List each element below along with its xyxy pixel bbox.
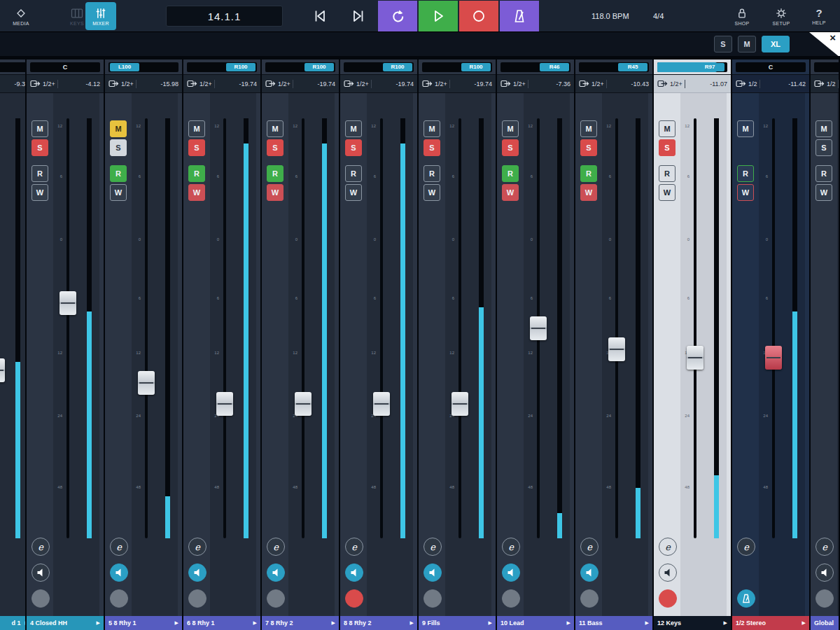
- channel-edit-button[interactable]: e: [502, 538, 520, 556]
- monitor-button[interactable]: [345, 564, 363, 582]
- fader-handle[interactable]: [0, 358, 5, 382]
- write-automation-button[interactable]: W: [110, 184, 127, 201]
- cycle-button[interactable]: [378, 1, 417, 31]
- output-routing[interactable]: 1/2+ -9.33: [0, 75, 25, 93]
- fader-handle[interactable]: [451, 392, 468, 416]
- output-routing[interactable]: 1/2: [811, 75, 839, 93]
- pan-control[interactable]: R100: [340, 59, 417, 75]
- record-arm-button[interactable]: [816, 589, 834, 608]
- mute-button[interactable]: M: [31, 120, 48, 137]
- monitor-button[interactable]: [580, 564, 598, 582]
- read-automation-button[interactable]: R: [737, 165, 754, 182]
- output-routing[interactable]: 1/2+ -19.74: [419, 75, 496, 93]
- record-arm-button[interactable]: [267, 589, 285, 608]
- monitor-button[interactable]: [188, 564, 206, 582]
- pan-control[interactable]: R97: [654, 59, 731, 75]
- mute-button[interactable]: M: [816, 120, 832, 137]
- write-automation-button[interactable]: W: [580, 184, 597, 201]
- read-automation-button[interactable]: R: [580, 165, 597, 182]
- fader-track[interactable]: [772, 118, 775, 538]
- output-routing[interactable]: 1/2+ -19.74: [183, 75, 260, 93]
- pan-control[interactable]: R46: [497, 59, 574, 75]
- read-automation-button[interactable]: R: [659, 165, 676, 182]
- record-arm-button[interactable]: [580, 589, 598, 608]
- read-automation-button[interactable]: R: [345, 165, 362, 182]
- read-automation-button[interactable]: R: [110, 165, 127, 182]
- solo-button[interactable]: S: [188, 139, 205, 156]
- solo-button[interactable]: S: [659, 139, 676, 156]
- channel-edit-button[interactable]: e: [424, 538, 442, 556]
- read-automation-button[interactable]: R: [502, 165, 519, 182]
- song-position-display[interactable]: 14.1.1: [166, 6, 283, 27]
- monitor-button[interactable]: [110, 564, 128, 582]
- close-mixer-button[interactable]: ×: [809, 32, 840, 57]
- output-routing[interactable]: 1/2+ -10.43: [575, 75, 652, 93]
- solo-button[interactable]: S: [110, 139, 127, 156]
- mute-button[interactable]: M: [659, 120, 676, 137]
- fader-handle[interactable]: [765, 346, 782, 370]
- channel-name-tab[interactable]: 7 8 Rhy 2 ▶: [262, 616, 339, 630]
- fader-track[interactable]: [694, 118, 696, 538]
- pan-control[interactable]: R45: [575, 59, 652, 75]
- channel-edit-button[interactable]: e: [267, 538, 285, 556]
- mute-button[interactable]: M: [737, 120, 754, 137]
- output-routing[interactable]: 1/2 -11.42: [732, 75, 809, 93]
- channel-name-tab[interactable]: 1/2 Stereo ▶: [732, 616, 809, 630]
- fader-handle[interactable]: [608, 337, 625, 361]
- write-automation-button[interactable]: W: [816, 184, 832, 201]
- channel-name-tab[interactable]: d 1 ▶: [0, 616, 25, 630]
- fader-handle[interactable]: [138, 371, 155, 395]
- output-routing[interactable]: 1/2+ -4.12: [27, 75, 104, 93]
- write-automation-button[interactable]: W: [188, 184, 205, 201]
- solo-button[interactable]: S: [424, 139, 440, 156]
- mute-button[interactable]: M: [110, 120, 127, 137]
- read-automation-button[interactable]: R: [188, 165, 205, 182]
- write-automation-button[interactable]: W: [659, 184, 676, 201]
- fader-handle[interactable]: [59, 291, 76, 315]
- read-automation-button[interactable]: R: [816, 165, 832, 182]
- pan-control[interactable]: C: [732, 59, 809, 75]
- record-arm-button[interactable]: [345, 589, 363, 608]
- channel-edit-button[interactable]: e: [31, 538, 50, 556]
- channel-name-tab[interactable]: 9 Fills ▶: [419, 616, 496, 630]
- fader-handle[interactable]: [216, 392, 233, 416]
- pan-control[interactable]: [811, 59, 839, 75]
- record-arm-button[interactable]: [110, 589, 128, 608]
- channel-name-tab[interactable]: 10 Lead ▶: [497, 616, 574, 630]
- time-signature-display[interactable]: 4/4: [653, 12, 664, 20]
- mute-button[interactable]: M: [267, 120, 284, 137]
- solo-button[interactable]: S: [267, 139, 284, 156]
- pan-control[interactable]: L100: [105, 59, 182, 75]
- channel-name-tab[interactable]: Global ▶: [811, 616, 839, 630]
- fader-track[interactable]: [615, 118, 618, 538]
- read-automation-button[interactable]: R: [267, 165, 284, 182]
- fader-handle[interactable]: [687, 346, 704, 370]
- record-arm-button[interactable]: [31, 589, 50, 608]
- channel-name-tab[interactable]: 12 Keys ▶: [654, 616, 731, 630]
- write-automation-button[interactable]: W: [502, 184, 519, 201]
- output-routing[interactable]: 1/2+ -7.36: [497, 75, 574, 93]
- mute-button[interactable]: M: [345, 120, 362, 137]
- strip-size-xl-button[interactable]: XL: [762, 36, 790, 52]
- fader-track[interactable]: [145, 118, 148, 538]
- output-routing[interactable]: 1/2+ -19.74: [340, 75, 417, 93]
- channel-edit-button[interactable]: e: [580, 538, 598, 556]
- mute-button[interactable]: M: [502, 120, 519, 137]
- solo-button[interactable]: S: [816, 139, 832, 156]
- channel-name-tab[interactable]: 4 Closed HH ▶: [27, 616, 104, 630]
- monitor-button[interactable]: [424, 564, 442, 582]
- solo-button[interactable]: S: [580, 139, 597, 156]
- record-arm-button[interactable]: [659, 589, 677, 608]
- mixer-button[interactable]: MIXER: [85, 2, 116, 30]
- output-routing[interactable]: 1/2+ -11.07: [654, 75, 731, 93]
- fader-handle[interactable]: [530, 316, 547, 340]
- monitor-button[interactable]: [659, 564, 677, 582]
- metronome-transport-button[interactable]: [500, 1, 539, 31]
- fader-handle[interactable]: [373, 392, 390, 416]
- skip-forward-button[interactable]: [344, 4, 372, 28]
- record-arm-button[interactable]: [188, 589, 206, 608]
- fader-handle[interactable]: [295, 392, 312, 416]
- solo-button[interactable]: S: [31, 139, 48, 156]
- record-arm-button[interactable]: [502, 589, 520, 608]
- write-automation-button[interactable]: W: [737, 184, 754, 201]
